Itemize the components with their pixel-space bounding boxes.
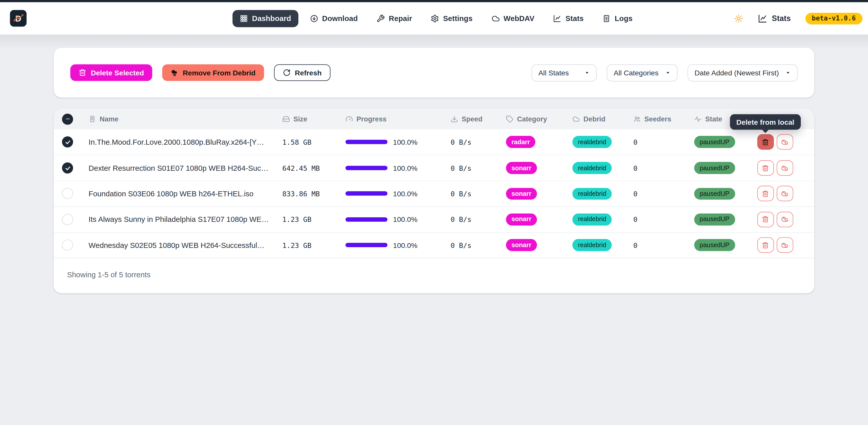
refresh-icon	[283, 69, 290, 77]
nav-item-dashboard[interactable]: Dashboard	[232, 9, 298, 27]
nav-item-settings[interactable]: Settings	[424, 9, 480, 27]
progress-label: 100.0%	[393, 164, 417, 172]
window-top-strip	[0, 0, 868, 2]
seeders-count: 0	[626, 164, 687, 172]
toolbar-card: Delete Selected Remove From Debrid Refre…	[54, 48, 814, 97]
column-header-progress[interactable]: Progress	[338, 115, 443, 123]
category-badge: sonarr	[506, 213, 537, 225]
progress-fill	[345, 217, 388, 222]
state-badge: pausedUP	[694, 213, 735, 225]
minus-icon	[64, 116, 70, 122]
seeders-count: 0	[626, 215, 687, 224]
download-circle-icon	[310, 14, 318, 23]
torrent-size: 1.58 GB	[275, 138, 338, 146]
cloud-off-icon	[781, 138, 788, 145]
delete-local-button[interactable]	[757, 212, 774, 227]
caret-down-icon	[584, 70, 589, 75]
remove-debrid-button[interactable]	[776, 134, 793, 150]
torrent-size: 1.23 GB	[275, 215, 338, 224]
row-checkbox[interactable]	[62, 136, 73, 147]
nav-item-repair[interactable]: Repair	[369, 9, 419, 27]
progress-bar	[345, 217, 388, 222]
stats-link-label: Stats	[772, 14, 791, 23]
torrent-size: 833.86 MB	[275, 190, 338, 198]
decypharr-dashboard: D Dashboard Download Repair Settings Web…	[0, 0, 868, 425]
trash-icon	[762, 165, 769, 171]
trash-icon	[762, 242, 769, 249]
select-all-checkbox[interactable]	[62, 113, 73, 124]
filter-states[interactable]: All States	[531, 64, 597, 81]
progress-fill	[345, 140, 388, 144]
file-icon	[89, 115, 96, 123]
seeders-count: 0	[626, 138, 687, 146]
progress-bar	[345, 192, 388, 196]
sun-icon	[734, 13, 743, 23]
category-badge: sonarr	[506, 162, 537, 174]
remove-debrid-button[interactable]	[776, 160, 793, 175]
caret-down-icon	[665, 70, 670, 75]
row-checkbox[interactable]	[62, 188, 73, 199]
torrent-speed: 0 B/s	[443, 138, 499, 146]
caret-down-icon	[785, 70, 790, 75]
column-header-speed[interactable]: Speed	[443, 115, 499, 123]
row-checkbox[interactable]	[62, 239, 73, 251]
column-header-category[interactable]: Category	[499, 115, 565, 123]
column-header-name[interactable]: Name	[81, 115, 275, 123]
filter-categories[interactable]: All Categories	[607, 64, 677, 81]
torrent-name: Foundation S03E06 1080p WEB h264-ETHEL.i…	[81, 190, 275, 198]
column-header-debrid[interactable]: Debrid	[565, 115, 626, 123]
refresh-button[interactable]: Refresh	[274, 64, 331, 81]
nav-item-logs[interactable]: Logs	[595, 9, 640, 27]
debrid-badge: realdebrid	[572, 239, 612, 251]
torrent-size: 1.23 GB	[275, 241, 338, 250]
table-row: Wednesday S02E05 1080p WEB H264-Successf…	[54, 232, 814, 258]
state-badge: pausedUP	[694, 136, 735, 148]
cloud-off-icon	[781, 190, 788, 197]
activity-icon	[694, 115, 702, 123]
remove-from-debrid-button[interactable]: Remove From Debrid	[162, 64, 264, 81]
line-chart-icon	[758, 13, 768, 23]
table-row: Foundation S03E06 1080p WEB h264-ETHEL.i…	[54, 181, 814, 206]
torrent-speed: 0 B/s	[443, 164, 499, 172]
delete-local-button[interactable]	[757, 186, 774, 201]
torrent-speed: 0 B/s	[443, 190, 499, 198]
state-badge: pausedUP	[694, 239, 735, 251]
column-header-seeders[interactable]: Seeders	[626, 115, 687, 123]
delete-local-button[interactable]	[757, 134, 774, 150]
debrid-badge: realdebrid	[572, 136, 612, 148]
app-logo[interactable]: D	[10, 10, 27, 27]
logo-network-icon	[10, 10, 27, 27]
delete-local-button[interactable]	[757, 237, 774, 253]
nav-item-webdav[interactable]: WebDAV	[484, 9, 541, 27]
delete-selected-button[interactable]: Delete Selected	[70, 64, 152, 81]
progress-bar	[345, 166, 388, 170]
row-checkbox[interactable]	[62, 214, 73, 225]
gear-icon	[431, 14, 439, 23]
row-checkbox[interactable]	[62, 163, 73, 173]
remove-debrid-button[interactable]	[776, 237, 793, 253]
theme-toggle-button[interactable]	[734, 13, 743, 23]
logs-icon	[602, 14, 611, 23]
torrent-name: Wednesday S02E05 1080p WEB H264-Successf…	[81, 241, 275, 250]
nav-item-stats[interactable]: Stats	[546, 9, 591, 27]
download-tray-icon	[451, 115, 458, 123]
app-header: D Dashboard Download Repair Settings Web…	[0, 2, 868, 34]
remove-debrid-button[interactable]	[776, 212, 793, 227]
torrents-table-card: Name Size Progress Speed Category	[54, 109, 814, 293]
trash-icon	[79, 69, 86, 77]
state-badge: pausedUP	[694, 188, 735, 200]
table-row: In.The.Mood.For.Love.2000.1080p.BluRay.x…	[54, 129, 814, 155]
debrid-badge: realdebrid	[572, 188, 612, 200]
table-header-row: Name Size Progress Speed Category	[54, 109, 814, 129]
progress-label: 100.0%	[393, 190, 417, 198]
showing-count-text: Showing 1-5 of 5 torrents	[67, 271, 151, 279]
progress-fill	[345, 192, 388, 196]
torrent-name: Dexter Resurrection S01E07 1080p WEB H26…	[81, 164, 275, 172]
remove-debrid-button[interactable]	[776, 186, 793, 201]
nav-item-download[interactable]: Download	[303, 9, 365, 27]
progress-bar	[345, 140, 388, 144]
filter-sort[interactable]: Date Added (Newest First)	[687, 64, 798, 81]
stats-link[interactable]: Stats	[758, 13, 791, 23]
column-header-size[interactable]: Size	[275, 115, 338, 123]
delete-local-button[interactable]	[757, 160, 774, 175]
